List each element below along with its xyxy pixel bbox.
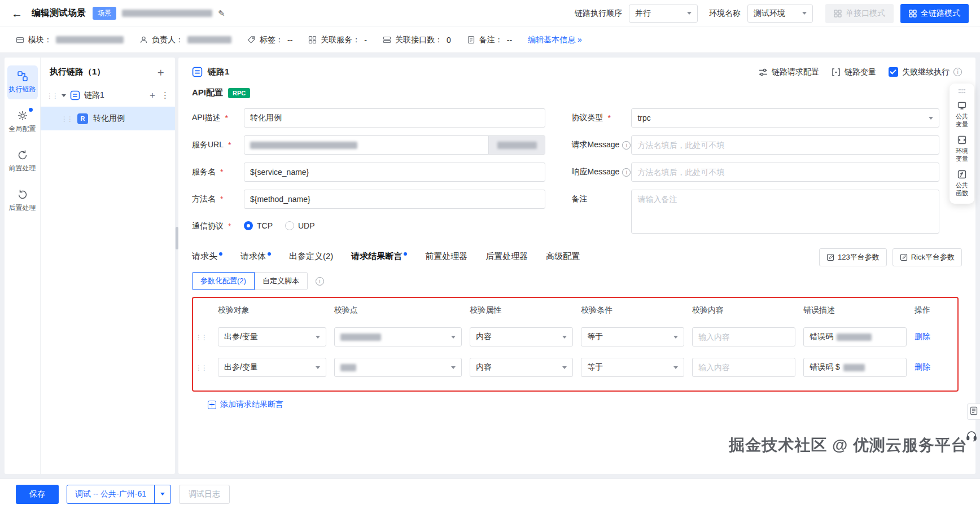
platform-params-123-button[interactable]: 123平台参数 bbox=[819, 248, 887, 266]
tab-request-body[interactable]: 请求体 bbox=[240, 251, 271, 262]
content-input[interactable] bbox=[692, 358, 795, 377]
error-desc-input[interactable]: 错误码 bbox=[803, 327, 907, 346]
chain-title: 链路1 bbox=[208, 67, 229, 77]
assertion-row: 出参/变量 内容 等于 错误码 $ 删除 bbox=[195, 352, 951, 383]
rail-item-exec-chain[interactable]: 执行链路 bbox=[7, 65, 38, 99]
attribute-select[interactable]: 内容 bbox=[470, 327, 573, 346]
drag-handle-icon[interactable] bbox=[195, 332, 210, 341]
tab-result-assertion[interactable]: 请求结果断言 bbox=[351, 251, 407, 262]
tab-advanced-config[interactable]: 高级配置 bbox=[546, 251, 580, 262]
back-arrow-icon[interactable]: ← bbox=[11, 8, 23, 19]
assertion-subtabs: 参数化配置(2) 自定义脚本 bbox=[192, 272, 962, 290]
chain-request-config-button[interactable]: 链路请求配置 bbox=[759, 67, 819, 77]
method-name-input[interactable] bbox=[244, 190, 545, 209]
request-message-label-text: 请求Message bbox=[571, 140, 619, 150]
debug-button[interactable]: 调试 -- 公共-广州-61 bbox=[67, 485, 155, 504]
delete-row-link[interactable]: 删除 bbox=[915, 332, 951, 342]
assertion-table-header: 校验对象 校验点 校验属性 校验条件 校验内容 错误描述 操作 bbox=[195, 299, 951, 322]
tree-group-chain1[interactable]: 链路1 ＋ ⋮ bbox=[41, 84, 175, 107]
edit-pencil-icon[interactable]: ✎ bbox=[218, 8, 225, 19]
protocol-type-select[interactable]: trpc bbox=[631, 108, 939, 128]
info-icon[interactable] bbox=[316, 277, 324, 286]
exec-order-select[interactable]: 并行 bbox=[629, 5, 698, 23]
debug-log-button[interactable]: 调试日志 bbox=[179, 485, 230, 504]
info-icon[interactable] bbox=[622, 141, 631, 150]
radio-unchecked-icon bbox=[285, 221, 294, 230]
service-url-input[interactable] bbox=[244, 135, 545, 155]
save-button[interactable]: 保存 bbox=[16, 485, 59, 504]
drag-handle-icon[interactable] bbox=[195, 363, 210, 372]
radio-checked-icon bbox=[244, 221, 253, 230]
info-icon[interactable] bbox=[622, 168, 631, 177]
subtab-custom-script[interactable]: 自定义脚本 bbox=[254, 272, 308, 290]
remark-label: 备注： bbox=[479, 35, 503, 45]
unsaved-dot bbox=[404, 252, 407, 256]
service-name-label: 服务名 bbox=[192, 163, 244, 177]
info-icon[interactable] bbox=[953, 68, 962, 76]
udp-radio[interactable]: UDP bbox=[285, 221, 315, 230]
continue-on-fail-checkbox[interactable]: 失败继续执行 bbox=[889, 67, 962, 77]
tcp-radio[interactable]: TCP bbox=[244, 221, 273, 230]
panel-resize-handle[interactable] bbox=[176, 227, 178, 249]
add-assertion-button[interactable]: 添加请求结果断言 bbox=[208, 400, 283, 410]
tab-post-processor[interactable]: 后置处理器 bbox=[485, 251, 528, 262]
debug-dropdown-button[interactable] bbox=[154, 485, 171, 504]
public-variables-button[interactable]: 公共变量 bbox=[956, 101, 968, 128]
rail-item-post-process[interactable]: 后置处理 bbox=[7, 184, 38, 218]
exec-order-value: 并行 bbox=[635, 8, 651, 19]
log-panel-toggle[interactable] bbox=[967, 403, 980, 420]
add-node-icon[interactable]: ＋ bbox=[148, 91, 157, 100]
services-info: 关联服务： - bbox=[308, 35, 367, 45]
point-select[interactable] bbox=[334, 358, 462, 377]
chain-variables-label: 链路变量 bbox=[845, 67, 876, 77]
point-select[interactable] bbox=[334, 327, 462, 346]
remark-textarea[interactable] bbox=[631, 190, 939, 234]
tab-request-header[interactable]: 请求头 bbox=[192, 251, 222, 262]
tab-label: 后置处理器 bbox=[485, 251, 528, 262]
condition-select[interactable]: 等于 bbox=[581, 327, 684, 346]
subtab-param-config[interactable]: 参数化配置(2) bbox=[192, 272, 255, 290]
drag-dots-icon[interactable] bbox=[958, 89, 966, 94]
env-variables-button[interactable]: 环境变量 bbox=[956, 135, 968, 163]
rail-item-global-config[interactable]: 全局配置 bbox=[7, 105, 38, 139]
support-headset-button[interactable] bbox=[965, 429, 978, 444]
public-functions-button[interactable]: 公共函数 bbox=[956, 170, 968, 197]
attribute-value: 内容 bbox=[476, 362, 492, 372]
api-desc-input[interactable] bbox=[244, 108, 545, 128]
remark-row: 备注 bbox=[571, 190, 939, 235]
tab-output-params[interactable]: 出参定义(2) bbox=[289, 251, 333, 262]
response-message-input[interactable] bbox=[631, 163, 939, 182]
collapse-caret-icon[interactable] bbox=[62, 94, 66, 97]
api-desc-label: API描述 bbox=[192, 108, 244, 123]
chevron-down-icon bbox=[929, 117, 933, 120]
platform-params-rick-button[interactable]: Rick平台参数 bbox=[893, 248, 962, 266]
tree-leaf-case[interactable]: R 转化用例 bbox=[41, 107, 175, 130]
full-mode-button[interactable]: 全链路模式 bbox=[900, 4, 969, 23]
drag-handle-icon[interactable] bbox=[61, 114, 72, 123]
checkbox-checked-icon[interactable] bbox=[889, 67, 898, 77]
rail-item-pre-process[interactable]: 前置处理 bbox=[7, 144, 38, 178]
chain-variables-button[interactable]: 链路变量 bbox=[832, 67, 876, 77]
edit-basic-info-link[interactable]: 编辑基本信息 » bbox=[528, 35, 582, 45]
request-message-input[interactable] bbox=[631, 135, 939, 155]
target-select[interactable]: 出参/变量 bbox=[218, 358, 326, 377]
interfaces-value: 0 bbox=[447, 36, 451, 45]
more-options-icon[interactable]: ⋮ bbox=[161, 90, 169, 100]
single-mode-button[interactable]: 单接口模式 bbox=[825, 4, 894, 23]
drag-handle-icon[interactable] bbox=[46, 91, 58, 100]
single-mode-icon bbox=[834, 10, 842, 17]
error-desc-input[interactable]: 错误码 $ bbox=[803, 358, 907, 377]
tab-pre-processor[interactable]: 前置处理器 bbox=[425, 251, 467, 262]
toolbar-label: 公共变量 bbox=[956, 112, 968, 128]
service-name-input[interactable] bbox=[244, 163, 545, 182]
delete-row-link[interactable]: 删除 bbox=[915, 362, 951, 372]
target-select[interactable]: 出参/变量 bbox=[218, 327, 326, 346]
condition-select[interactable]: 等于 bbox=[581, 358, 684, 377]
env-name-select[interactable]: 测试环境 bbox=[747, 5, 813, 23]
tree-header: 执行链路（1） ＋ bbox=[41, 58, 175, 84]
attribute-select[interactable]: 内容 bbox=[470, 358, 573, 377]
content-input[interactable] bbox=[692, 327, 795, 346]
add-chain-icon[interactable]: ＋ bbox=[155, 67, 166, 77]
rail-label: 后置处理 bbox=[9, 203, 36, 213]
sliders-icon bbox=[759, 68, 768, 77]
